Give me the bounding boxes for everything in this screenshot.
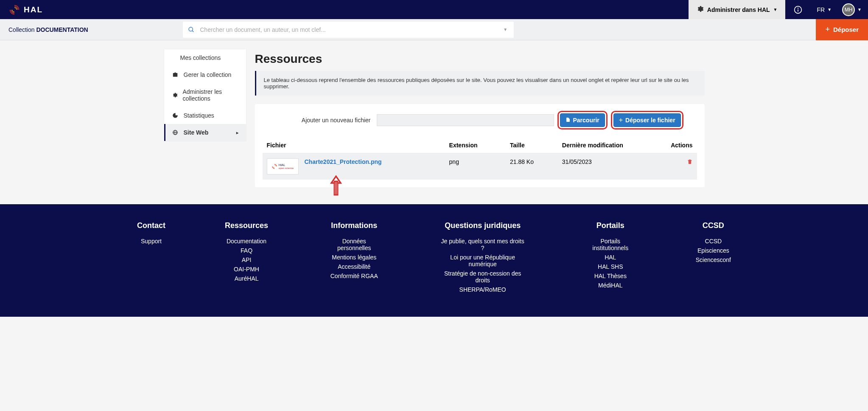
footer-link[interactable]: HAL (585, 254, 636, 261)
sub-header: Collection DOCUMENTATION ▼ + Déposer (0, 19, 868, 40)
hal-logo-icon (8, 4, 20, 16)
cell-size: 21.88 Ko (506, 153, 558, 180)
file-link[interactable]: Charte2021_Protection.png (305, 158, 382, 165)
chart-pie-icon (172, 112, 179, 119)
footer-link[interactable]: Loi pour une République numérique (440, 254, 525, 267)
trash-icon (687, 158, 693, 165)
footer-link[interactable]: Episciences (696, 247, 731, 254)
footer-link[interactable]: SHERPA/RoMEO (440, 286, 525, 293)
svg-point-2 (798, 8, 798, 8)
globe-icon (172, 129, 179, 136)
delete-button[interactable] (687, 159, 693, 166)
search-input[interactable] (200, 26, 497, 33)
browse-button[interactable]: Parcourir (560, 113, 605, 127)
file-icon (566, 117, 571, 124)
language-selector[interactable]: FR ▼ (811, 6, 838, 13)
admin-menu-button[interactable]: Administrer dans HAL ▼ (689, 0, 785, 19)
footer-link[interactable]: HAL Thèses (585, 273, 636, 279)
sidebar: Mes collections Gerer la collection Admi… (164, 49, 246, 141)
chevron-down-icon: ▼ (503, 27, 507, 32)
footer-column: ContactSupport (137, 221, 165, 296)
page-title: Ressources (255, 52, 705, 66)
footer-column-title: Ressources (225, 221, 268, 230)
cell-extension: png (445, 153, 506, 180)
info-button[interactable] (785, 6, 811, 14)
submit-file-button[interactable]: + Déposer le fichier (613, 113, 681, 127)
footer: ContactSupportRessourcesDocumentationFAQ… (0, 204, 868, 317)
briefcase-icon (172, 71, 179, 78)
sidebar-item-website[interactable]: Site Web ▸ (164, 124, 246, 141)
footer-link[interactable]: Stratégie de non-cession des droits (440, 270, 525, 284)
search-box: ▼ (183, 22, 514, 38)
info-icon (794, 6, 802, 14)
footer-column-title: Questions juridiques (440, 221, 525, 230)
footer-link[interactable]: FAQ (225, 247, 268, 254)
footer-column: PortailsPortails institutionnelsHALHAL S… (585, 221, 636, 296)
resources-panel: Ajouter un nouveau fichier Parcourir + D… (255, 104, 705, 187)
footer-link[interactable]: OAI-PMH (225, 266, 268, 273)
resources-table: Fichier Extension Taille Dernière modifi… (263, 138, 697, 180)
column-modified: Dernière modification (558, 138, 653, 153)
footer-link[interactable]: Accessibilité (328, 263, 381, 270)
footer-link[interactable]: MédiHAL (585, 282, 636, 289)
footer-column-title: Informations (328, 221, 381, 230)
file-thumbnail: HALopen science (267, 158, 299, 175)
logo-text: HAL (24, 5, 43, 14)
footer-link[interactable]: Données personnelles (328, 238, 381, 251)
footer-column-title: Contact (137, 221, 165, 230)
column-actions: Actions (653, 138, 697, 153)
chevron-right-icon: ▸ (236, 130, 238, 135)
footer-link[interactable]: API (225, 256, 268, 263)
sidebar-item-manage-collection[interactable]: Gerer la collection (164, 66, 246, 83)
footer-link[interactable]: AuréHAL (225, 275, 268, 282)
column-extension: Extension (445, 138, 506, 153)
arrow-annotation-icon (330, 175, 342, 196)
upload-label: Ajouter un nouveau fichier (267, 117, 371, 124)
sidebar-item-statistics[interactable]: Statistiques (164, 107, 246, 124)
footer-link[interactable]: Documentation (225, 238, 268, 245)
footer-column: Questions juridiquesJe publie, quels son… (440, 221, 525, 296)
chevron-down-icon: ▼ (773, 7, 778, 12)
footer-link[interactable]: Portails institutionnels (585, 238, 636, 251)
cell-modified: 31/05/2023 (558, 153, 653, 180)
deposit-button[interactable]: + Déposer (816, 19, 868, 40)
info-banner: Le tableau ci-dessous reprend l'ensemble… (255, 71, 705, 96)
upload-row: Ajouter un nouveau fichier Parcourir + D… (263, 113, 697, 127)
sidebar-header: Mes collections (164, 49, 246, 66)
gear-icon (696, 5, 704, 14)
plus-icon: + (825, 25, 830, 34)
chevron-down-icon: ▼ (827, 7, 832, 12)
footer-link[interactable]: HAL SHS (585, 263, 636, 270)
footer-link[interactable]: Support (137, 238, 165, 245)
breadcrumb: Collection DOCUMENTATION (0, 26, 97, 33)
footer-column: InformationsDonnées personnellesMentions… (328, 221, 381, 296)
footer-link[interactable]: Je publie, quels sont mes droits ? (440, 238, 525, 251)
footer-column: CCSDCCSDEpisciencesSciencesconf (696, 221, 731, 296)
language-label: FR (817, 6, 825, 13)
avatar: MH (842, 3, 855, 16)
table-row: HALopen science Charte2021_Protection.pn… (263, 153, 697, 180)
svg-point-3 (189, 27, 193, 31)
gear-icon (172, 92, 178, 99)
sidebar-item-admin-collections[interactable]: Administrer les collections (164, 83, 246, 107)
footer-link[interactable]: Conformité RGAA (328, 273, 381, 279)
column-size: Taille (506, 138, 558, 153)
footer-column-title: Portails (585, 221, 636, 230)
search-icon (183, 26, 200, 33)
search-filter-dropdown[interactable]: ▼ (497, 27, 514, 32)
footer-column-title: CCSD (696, 221, 731, 230)
main-content: Ressources Le tableau ci-dessous reprend… (255, 45, 705, 187)
plus-icon: + (619, 116, 623, 124)
chevron-down-icon: ▼ (857, 7, 862, 12)
upload-file-field[interactable] (377, 114, 554, 126)
footer-column: RessourcesDocumentationFAQAPIOAI-PMHAuré… (225, 221, 268, 296)
footer-link[interactable]: CCSD (696, 238, 731, 245)
svg-line-4 (192, 31, 193, 32)
footer-link[interactable]: Sciencesconf (696, 256, 731, 263)
column-file: Fichier (263, 138, 445, 153)
top-header: HAL Administrer dans HAL ▼ FR ▼ MH ▼ (0, 0, 868, 19)
user-menu[interactable]: MH ▼ (838, 3, 868, 16)
logo[interactable]: HAL (0, 4, 51, 16)
footer-link[interactable]: Mentions légales (328, 254, 381, 261)
admin-menu-label: Administrer dans HAL (707, 6, 770, 13)
